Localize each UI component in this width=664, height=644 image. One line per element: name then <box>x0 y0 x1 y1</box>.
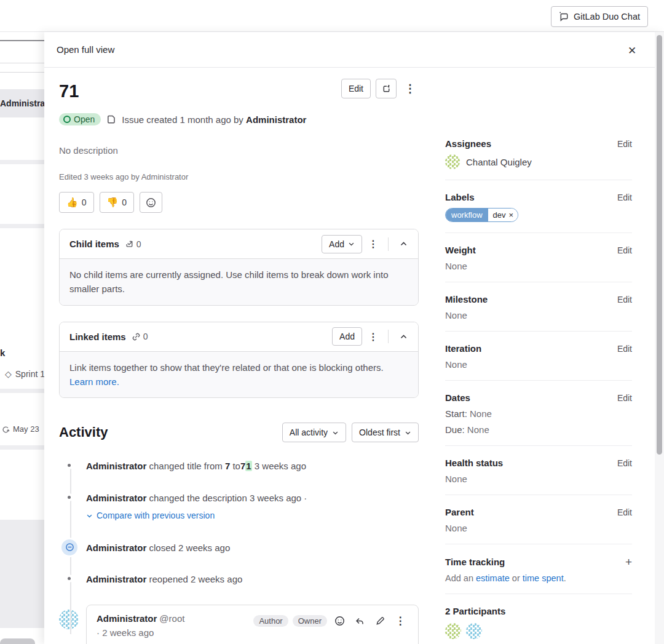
sidebar-section-milestone: Milestone Edit None <box>445 294 632 332</box>
edit-button[interactable]: Edit <box>341 79 371 98</box>
chevron-down-icon <box>348 241 355 247</box>
entry-author: Administrator <box>86 461 146 471</box>
background-board-strip: Administra k ◇ Sprint 1 May 23 <box>0 32 44 644</box>
child-items-collapse-button[interactable] <box>395 235 412 253</box>
participant-avatar-green[interactable] <box>445 623 461 639</box>
open-in-full-page-button[interactable] <box>376 79 397 98</box>
entry-new-title-added: 1 <box>245 461 251 471</box>
compare-link-label: Compare with previous version <box>97 509 215 522</box>
owner-badge: Owner <box>293 615 327 627</box>
participant-avatar-blue[interactable] <box>466 623 482 639</box>
add-label: Add <box>329 239 344 249</box>
board-divider <box>0 40 44 41</box>
tt-prefix: Add an <box>445 573 473 583</box>
activity-sort-dropdown[interactable]: Oldest first <box>352 423 419 442</box>
gitlab-duo-chat-button[interactable]: GitLab Duo Chat <box>551 6 648 27</box>
comment-timestamp[interactable]: · 2 weeks ago <box>97 627 184 638</box>
close-icon[interactable]: ✕ <box>625 43 639 58</box>
child-items-widget: Child items 0 <box>59 229 419 306</box>
board-card-edge <box>0 638 35 644</box>
entry-action: changed title from <box>149 461 223 471</box>
linked-items-collapse-button[interactable] <box>395 327 412 346</box>
iteration-edit-button[interactable]: Edit <box>617 344 632 354</box>
drawer-header: Open full view ✕ <box>44 32 664 68</box>
activity-filter-dropdown[interactable]: All activity <box>282 423 346 442</box>
entry-action: changed the description <box>149 493 247 503</box>
time-spent-link[interactable]: time spent <box>523 573 564 583</box>
time-tracking-add-plus-icon[interactable]: + <box>625 556 632 568</box>
entry-time: 3 weeks ago <box>255 461 306 471</box>
entry-time: 3 weeks ago · <box>250 493 307 503</box>
smiley-icon <box>334 616 345 626</box>
comment-actions: Author Owner <box>253 613 408 629</box>
comment-author-username[interactable]: @root <box>159 613 184 624</box>
activity-header: Activity All activity Oldest first <box>59 423 419 442</box>
child-items-add-button[interactable]: Add <box>322 235 362 253</box>
dates-edit-button[interactable]: Edit <box>617 393 632 403</box>
chevron-down-icon <box>86 512 93 519</box>
duo-chat-icon <box>559 12 569 22</box>
board-card-sprint: ◇ Sprint 1 <box>5 369 44 379</box>
comment-edit-button[interactable] <box>372 613 388 629</box>
health-status-edit-button[interactable]: Edit <box>617 458 632 468</box>
child-items-title: Child items <box>69 239 119 249</box>
linked-items-add-button[interactable]: Add <box>332 327 362 346</box>
parent-title: Parent <box>445 507 474 517</box>
link-icon <box>132 332 141 341</box>
chevron-up-icon <box>400 240 408 248</box>
thumbs-down-button[interactable]: 👎 0 <box>100 192 135 213</box>
linked-items-ellipsis-icon[interactable]: ⋮ <box>365 327 382 346</box>
board-column-label: Administra <box>0 98 44 108</box>
labels-edit-button[interactable]: Edit <box>617 193 632 202</box>
open-full-view-link[interactable]: Open full view <box>57 44 114 55</box>
comment-author-name[interactable]: Administrator <box>97 613 157 624</box>
more-actions-ellipsis-icon[interactable]: ⋮ <box>401 79 419 98</box>
child-items-header: Child items 0 <box>60 229 418 258</box>
child-items-actions: Add ⋮ <box>322 235 412 253</box>
weight-edit-button[interactable]: Edit <box>617 245 632 255</box>
assignee-name[interactable]: Chantal Quigley <box>466 157 532 167</box>
health-status-value: None <box>445 474 632 484</box>
sidebar-section-assignees: Assignees Edit Chantal Quigley <box>445 138 632 180</box>
activity-entry-description-change: Administrator changed the description 3 … <box>59 491 419 523</box>
timeline-dot <box>68 577 71 580</box>
comment-ellipsis-icon[interactable]: ⋮ <box>392 613 408 629</box>
due-date-label: Due: <box>445 424 465 435</box>
compare-previous-version-link[interactable]: Compare with previous version <box>86 509 215 522</box>
sidebar-section-weight: Weight Edit None <box>445 245 632 282</box>
expand-icon <box>382 84 391 93</box>
milestone-edit-button[interactable]: Edit <box>617 295 632 304</box>
comment-reply-button[interactable] <box>352 613 368 629</box>
thumbs-up-button[interactable]: 👍 0 <box>59 192 94 213</box>
assignees-edit-button[interactable]: Edit <box>617 139 632 149</box>
timeline-dot <box>68 464 71 467</box>
comment-author-avatar[interactable] <box>59 610 79 629</box>
entry-author: Administrator <box>86 574 146 584</box>
issue-sidebar: Assignees Edit Chantal Quigley Labels Ed… <box>445 138 632 644</box>
empty-description-text: No description <box>59 145 419 156</box>
comment-add-emoji-button[interactable] <box>331 613 347 629</box>
board-separator <box>0 160 44 164</box>
drawer-scrollbar-track[interactable] <box>655 32 664 644</box>
add-emoji-button[interactable] <box>140 192 162 213</box>
linked-items-header: Linked items 0 <box>60 322 418 351</box>
linked-items-title: Linked items <box>69 332 126 342</box>
iteration-title: Iteration <box>445 343 481 354</box>
start-date-value: None <box>470 408 492 419</box>
activity-filters: All activity Oldest first <box>282 423 419 442</box>
activity-sort-value: Oldest first <box>359 427 400 437</box>
issue-type-icon <box>106 114 116 124</box>
status-row: Open Issue created 1 month ago by Admini… <box>59 113 419 125</box>
estimate-link[interactable]: estimate <box>476 573 510 583</box>
scoped-label-workflow-dev[interactable]: workflow dev × <box>445 208 518 222</box>
reply-icon <box>355 616 365 626</box>
learn-more-link[interactable]: Learn more. <box>69 376 119 387</box>
assignee-avatar[interactable] <box>445 154 460 169</box>
parent-edit-button[interactable]: Edit <box>617 507 632 517</box>
iteration-cycle-icon <box>1 425 10 434</box>
drawer-scrollbar-thumb[interactable] <box>657 35 662 455</box>
label-remove-icon[interactable]: × <box>509 210 514 220</box>
tt-or: or <box>512 573 520 583</box>
child-items-ellipsis-icon[interactable]: ⋮ <box>365 235 382 253</box>
participants-title: 2 Participants <box>445 606 505 616</box>
